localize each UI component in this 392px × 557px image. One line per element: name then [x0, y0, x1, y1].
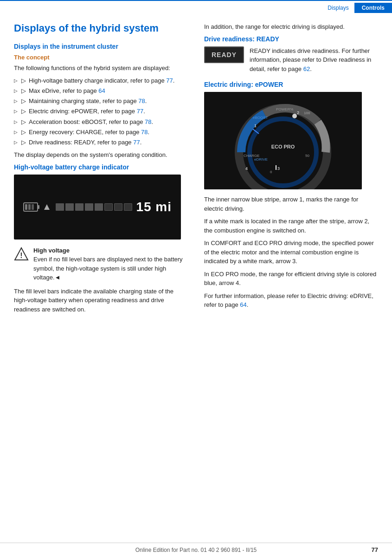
- ready-badge: READY: [204, 46, 244, 63]
- list-item: ▷ High-voltage battery charge indicator,…: [14, 77, 190, 85]
- sub-heading-concept: The concept: [14, 54, 190, 61]
- page-content: Displays of the hybrid system Displays i…: [0, 14, 392, 345]
- link-78a[interactable]: 78: [138, 97, 145, 104]
- link-77c[interactable]: 77: [133, 139, 140, 146]
- warning-title: High voltage: [33, 246, 190, 255]
- epower-desc3: In COMFORT and ECO PRO driving mode, the…: [204, 239, 378, 266]
- epower-desc1: The inner narrow blue stripe, arrow 1, m…: [204, 195, 378, 213]
- warning-text: High voltage Even if no fill level bars …: [33, 246, 190, 282]
- ready-box: READY READY indicates drive readiness. F…: [204, 46, 378, 74]
- header-bar: Displays Controls: [0, 0, 392, 14]
- epower-desc4: In ECO PRO mode, the range for efficient…: [204, 270, 378, 288]
- footer-text: Online Edition for Part no. 01 40 2 960 …: [135, 547, 257, 553]
- svg-text:eDRIVE: eDRIVE: [254, 157, 268, 162]
- svg-rect-3: [28, 204, 31, 210]
- concept-footer: The display depends on the system's oper…: [14, 150, 190, 160]
- list-item: ▷ Acceleration boost: eBOOST, refer to p…: [14, 118, 190, 126]
- svg-text:ECO PRO: ECO PRO: [271, 144, 295, 149]
- battery-image: 15 mi: [14, 175, 181, 240]
- list-item: ▷ Electric driving: ePOWER, refer to pag…: [14, 107, 190, 116]
- svg-text:0: 0: [270, 170, 272, 174]
- gauge-svg: ECO PRO POWER% 100 eBOOST 50 eDRIVE CHAR…: [204, 92, 362, 189]
- svg-rect-2: [25, 204, 27, 210]
- link-64a[interactable]: 64: [98, 87, 105, 94]
- battery-symbol-icon: [23, 201, 40, 213]
- section-heading-cluster: Displays in the instrument cluster: [14, 43, 190, 50]
- svg-point-21: [292, 114, 297, 118]
- svg-text:100: 100: [304, 111, 310, 115]
- epower-desc2: If a white mark is located in the range …: [204, 217, 378, 235]
- svg-rect-1: [38, 205, 39, 209]
- warning-icon: !: [14, 247, 29, 262]
- left-column: Displays of the hybrid system Displays i…: [14, 22, 190, 317]
- link-78b[interactable]: 78: [145, 118, 151, 125]
- pointer-icon: [44, 204, 50, 210]
- svg-text:eBOOST: eBOOST: [253, 116, 268, 120]
- battery-miles: 15 mi: [136, 200, 172, 214]
- svg-text:POWER%: POWER%: [276, 107, 293, 111]
- footer: Online Edition for Part no. 01 40 2 960 …: [0, 543, 392, 557]
- intro-text: In addition, the range for electric driv…: [204, 22, 378, 32]
- level-bars: [56, 203, 132, 211]
- svg-text:3: 3: [277, 166, 280, 171]
- list-item: ▷ Maintaining charging state, refer to p…: [14, 97, 190, 105]
- tab-controls: Controls: [354, 3, 392, 13]
- link-77b[interactable]: 77: [137, 108, 143, 115]
- ready-description: READY indicates drive readiness. For fur…: [250, 46, 378, 74]
- warning-body: Even if no fill level bars are displayed…: [33, 255, 190, 282]
- list-item: ▷ Max eDrive, refer to page 64: [14, 87, 190, 95]
- svg-text:CHARGE: CHARGE: [244, 154, 259, 158]
- bullet-list: ▷ High-voltage battery charge indicator,…: [14, 77, 190, 147]
- epower-desc5: For further information, please refer to…: [204, 291, 378, 310]
- svg-text:2: 2: [297, 110, 299, 115]
- svg-text:50: 50: [305, 154, 309, 158]
- link-77a[interactable]: 77: [166, 77, 173, 84]
- page-number: 77: [372, 546, 378, 553]
- section-heading-ready: Drive readiness: READY: [204, 35, 378, 43]
- concept-intro: The following functions of the hybrid sy…: [14, 64, 190, 73]
- tab-displays: Displays: [322, 3, 354, 13]
- main-heading: Displays of the hybrid system: [14, 22, 190, 34]
- right-column: In addition, the range for electric driv…: [204, 22, 378, 317]
- battery-bars: [23, 201, 132, 213]
- svg-rect-4: [32, 204, 34, 210]
- link-62[interactable]: 62: [303, 65, 310, 72]
- svg-text:4: 4: [245, 166, 248, 171]
- section-heading-epower: Electric driving: ePOWER: [204, 81, 378, 88]
- warning-box: ! High voltage Even if no fill level bar…: [14, 246, 190, 282]
- link-78c[interactable]: 78: [141, 129, 148, 136]
- fill-level-text: The fill level bars indicate the availab…: [14, 287, 190, 314]
- list-item: ▷ Energy recovery: CHARGE, refer to page…: [14, 128, 190, 136]
- epower-image: ECO PRO POWER% 100 eBOOST 50 eDRIVE CHAR…: [204, 92, 362, 189]
- list-item: ▷ Drive readiness: READY, refer to page …: [14, 138, 190, 147]
- svg-text:1: 1: [254, 123, 257, 128]
- svg-marker-5: [44, 204, 50, 210]
- link-64b[interactable]: 64: [240, 301, 246, 308]
- svg-text:!: !: [20, 252, 22, 259]
- section-heading-battery: High-voltage battery charge indicator: [14, 163, 190, 171]
